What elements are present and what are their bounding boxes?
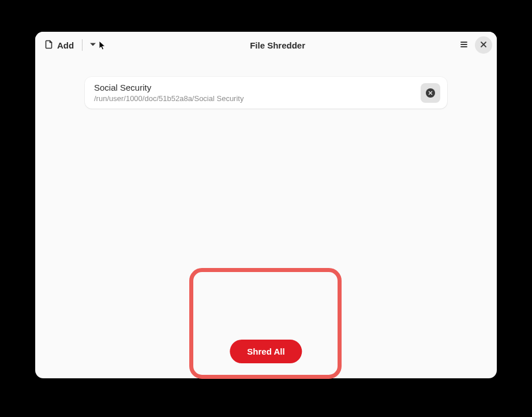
file-info: Social Security /run/user/1000/doc/51b52… — [94, 82, 414, 103]
file-name: Social Security — [94, 82, 414, 94]
content-area: Social Security /run/user/1000/doc/51b52… — [35, 58, 497, 378]
file-path: /run/user/1000/doc/51b52a8a/Social Secur… — [94, 94, 414, 104]
headerbar-left: Add — [40, 38, 100, 53]
close-icon — [479, 40, 488, 50]
toolbar-divider — [82, 39, 83, 51]
remove-circle-icon — [426, 88, 435, 98]
headerbar-right — [455, 36, 492, 54]
add-button-label: Add — [57, 40, 74, 50]
add-dropdown-button[interactable] — [86, 39, 100, 52]
window-title: File Shredder — [100, 40, 455, 50]
close-window-button[interactable] — [475, 36, 492, 54]
remove-file-button[interactable] — [421, 83, 440, 103]
hamburger-icon — [460, 40, 468, 50]
headerbar: Add File Shredder — [35, 32, 497, 58]
chevron-down-icon — [89, 41, 96, 50]
shred-all-button[interactable]: Shred All — [230, 340, 302, 363]
hamburger-menu-button[interactable] — [455, 36, 473, 54]
file-row: Social Security /run/user/1000/doc/51b52… — [85, 77, 447, 109]
app-window: Add File Shredder — [35, 32, 497, 378]
document-add-icon — [44, 40, 54, 51]
add-button[interactable]: Add — [40, 38, 78, 53]
